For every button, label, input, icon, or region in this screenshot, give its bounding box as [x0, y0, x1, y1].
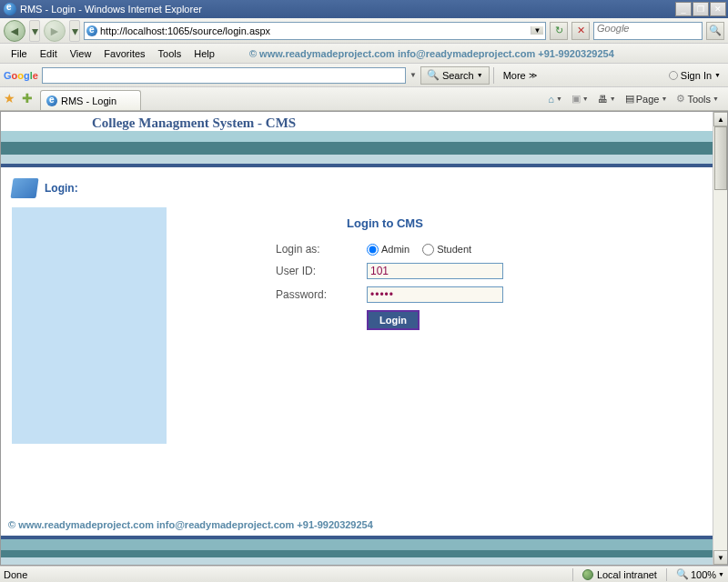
- scroll-down-button[interactable]: ▼: [713, 550, 728, 565]
- scroll-up-button[interactable]: ▲: [713, 112, 728, 126]
- minimize-button[interactable]: _: [675, 2, 692, 16]
- home-icon: ⌂: [548, 94, 554, 105]
- footer-stripes: [1, 536, 713, 565]
- browser-tab[interactable]: RMS - Login: [40, 90, 141, 110]
- google-search-input[interactable]: [42, 67, 406, 84]
- google-search-dropdown[interactable]: ▼: [410, 71, 417, 79]
- google-more-button[interactable]: More ≫: [498, 66, 542, 85]
- google-logo: Google: [4, 68, 38, 82]
- password-input[interactable]: [367, 286, 503, 303]
- vertical-scrollbar[interactable]: ▲ ▼: [713, 112, 727, 565]
- browser-viewport: College Managment System - CMS Login: Lo…: [0, 111, 728, 566]
- stop-button[interactable]: ✕: [571, 22, 590, 40]
- decorative-stripe: [1, 155, 713, 164]
- login-as-label: Login as:: [276, 243, 367, 256]
- print-button[interactable]: 🖶▼: [598, 94, 616, 105]
- refresh-button[interactable]: ↻: [550, 22, 568, 40]
- search-input[interactable]: [597, 23, 699, 34]
- nav-toolbar: ◄ ▾ ► ▾ ▼ ↻ ✕ 🔍: [0, 18, 728, 44]
- side-panel: [12, 207, 167, 444]
- address-dropdown[interactable]: ▼: [531, 26, 543, 35]
- feeds-button[interactable]: ▣▼: [571, 93, 589, 105]
- address-input[interactable]: [100, 25, 528, 36]
- menu-favorites[interactable]: Favorites: [98, 46, 150, 61]
- login-section-icon: [10, 178, 38, 198]
- radio-admin[interactable]: Admin: [367, 244, 410, 256]
- login-form: Login to CMS Login as: Admin Student Use…: [167, 207, 713, 444]
- password-label: Password:: [276, 288, 367, 301]
- zoom-control[interactable]: 🔍 100% ▼: [676, 568, 724, 580]
- favorites-star-icon[interactable]: ★: [4, 91, 20, 107]
- menu-edit[interactable]: Edit: [35, 46, 63, 61]
- userid-input[interactable]: [367, 263, 503, 279]
- search-go-button[interactable]: 🔍: [706, 22, 724, 40]
- menu-tools[interactable]: Tools: [153, 46, 187, 61]
- tools-menu-button[interactable]: ⚙ Tools ▼: [676, 93, 719, 105]
- page-icon: ▤: [625, 93, 634, 105]
- forward-dropdown[interactable]: ▾: [69, 20, 80, 42]
- login-section-label: Login:: [45, 182, 78, 195]
- back-button[interactable]: ◄: [4, 20, 25, 42]
- forward-button[interactable]: ►: [44, 20, 66, 42]
- add-favorite-icon[interactable]: ✚: [22, 91, 38, 107]
- search-box[interactable]: [593, 22, 703, 40]
- rss-icon: ▣: [571, 93, 581, 105]
- maximize-button[interactable]: ❐: [693, 2, 709, 16]
- status-bar: Done Local intranet 🔍 100% ▼: [0, 566, 728, 582]
- menu-bar: File Edit View Favorites Tools Help © ww…: [0, 44, 728, 64]
- google-toolbar: Google ▼ 🔍Search ▼ More ≫ Sign In ▼: [0, 64, 728, 87]
- zoom-icon: 🔍: [676, 568, 689, 580]
- security-zone: Local intranet: [597, 569, 657, 580]
- zone-icon: [582, 569, 593, 580]
- tab-icon: [46, 95, 57, 106]
- menu-help[interactable]: Help: [188, 46, 220, 61]
- zoom-level: 100%: [691, 569, 716, 580]
- home-button[interactable]: ⌂▼: [548, 94, 562, 105]
- tab-bar: ★ ✚ RMS - Login ⌂▼ ▣▼ 🖶▼ ▤ Page ▼ ⚙ Tool…: [0, 87, 728, 111]
- window-titlebar: RMS - Login - Windows Internet Explorer …: [0, 0, 728, 18]
- radio-student[interactable]: Student: [422, 244, 471, 256]
- window-title: RMS - Login - Windows Internet Explorer: [20, 4, 202, 15]
- google-signin[interactable]: Sign In ▼: [669, 70, 724, 81]
- page-header-title: College Managment System - CMS: [92, 115, 713, 131]
- status-text: Done: [4, 569, 27, 580]
- scroll-thumb[interactable]: [714, 126, 727, 190]
- close-button[interactable]: ✕: [710, 2, 726, 16]
- page-icon: [86, 25, 97, 36]
- decorative-stripe: [1, 131, 713, 142]
- gear-icon: ⚙: [676, 93, 685, 105]
- print-icon: 🖶: [598, 94, 608, 105]
- menu-view[interactable]: View: [65, 46, 97, 61]
- back-dropdown[interactable]: ▾: [29, 20, 40, 42]
- page-menu-button[interactable]: ▤ Page ▼: [625, 93, 668, 105]
- login-button[interactable]: Login: [367, 310, 420, 330]
- ie-icon: [4, 3, 16, 15]
- userid-label: User ID:: [276, 265, 367, 277]
- radio-student-input[interactable]: [422, 244, 434, 256]
- decorative-stripe: [1, 142, 713, 155]
- watermark-top: © www.readymadeproject.com info@readymad…: [249, 48, 614, 59]
- google-search-button[interactable]: 🔍Search ▼: [420, 66, 490, 85]
- form-title: Login to CMS: [276, 216, 494, 230]
- address-bar[interactable]: ▼: [84, 22, 546, 40]
- watermark-bottom: © www.readymadeproject.com info@readymad…: [5, 517, 713, 532]
- radio-admin-input[interactable]: [367, 244, 379, 256]
- menu-file[interactable]: File: [5, 46, 33, 61]
- tab-title: RMS - Login: [61, 95, 116, 106]
